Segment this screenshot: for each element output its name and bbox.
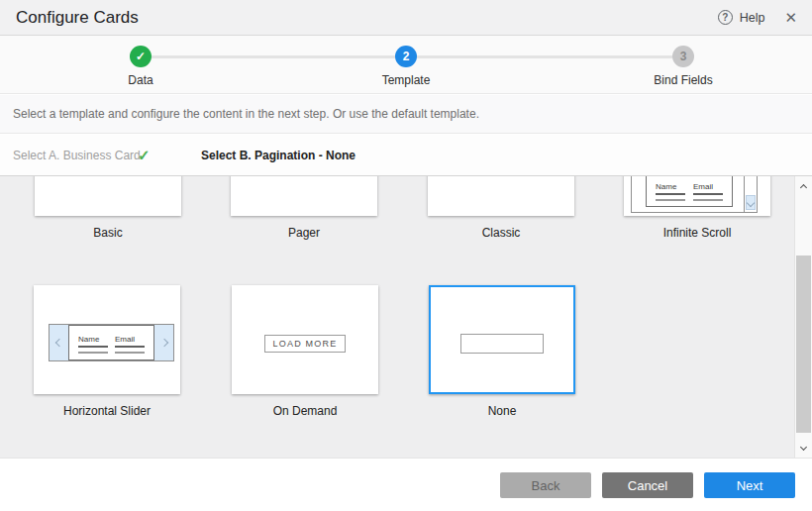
preview-record-box: Name Email <box>646 176 733 207</box>
step-template-label: Template <box>347 73 465 87</box>
dialog-header: Configure Cards ? Help ✕ <box>0 0 812 36</box>
email-field-label: Email <box>693 182 723 191</box>
page-title: Configure Cards <box>16 0 139 35</box>
stepper-connector-1 <box>152 55 395 58</box>
field-underline <box>693 199 723 201</box>
step-bind-fields-label: Bind Fields <box>624 73 743 87</box>
vertical-scrollbar[interactable] <box>794 176 812 458</box>
help-label: Help <box>740 11 765 25</box>
field-underline <box>78 346 108 348</box>
template-card-infinite-scroll[interactable]: Name Email <box>624 176 770 216</box>
field-underline <box>656 199 685 201</box>
step-data-circle[interactable]: ✓ <box>130 46 152 67</box>
dialog-footer: Back Cancel Next <box>0 458 812 511</box>
field-underline <box>656 193 685 195</box>
preview-email-field: Email <box>115 335 145 359</box>
infinite-scroll-preview: Name Email <box>631 176 758 213</box>
wizard-stepper: ✓ 2 3 Data Template Bind Fields <box>0 36 812 94</box>
scroll-up-button[interactable] <box>795 176 812 198</box>
scrollbar-thumb[interactable] <box>796 256 811 433</box>
field-underline <box>115 352 145 354</box>
close-icon[interactable]: ✕ <box>784 10 797 25</box>
preview-name-field: Name <box>78 335 108 359</box>
preview-record-box: Name Email <box>68 325 154 360</box>
next-button[interactable]: Next <box>704 472 795 498</box>
stepper-connector-2 <box>417 55 672 58</box>
scroll-down-button[interactable] <box>795 436 812 458</box>
step-data-label: Data <box>81 73 200 87</box>
template-card-on-demand[interactable]: LOAD MORE <box>232 285 378 394</box>
description-text: Select a template and configure the cont… <box>13 107 479 121</box>
card-label: Infinite Scroll <box>624 226 770 240</box>
template-card-horizontal-slider[interactable]: Name Email <box>34 285 180 394</box>
step-template-circle[interactable]: 2 <box>395 46 417 67</box>
template-card-basic[interactable] <box>35 176 181 216</box>
none-placeholder-rect <box>460 334 544 354</box>
back-button[interactable]: Back <box>500 472 591 498</box>
load-more-box: LOAD MORE <box>264 335 346 353</box>
step-bind-fields-circle[interactable]: 3 <box>672 46 694 67</box>
help-icon: ? <box>718 10 733 25</box>
select-a-check-icon: ✓ <box>138 135 151 176</box>
preview-name-field: Name <box>656 182 685 201</box>
description-row: Select a template and configure the cont… <box>0 95 812 134</box>
template-gallery-viewport: Basic Pager Classic Name <box>0 176 794 458</box>
cancel-button[interactable]: Cancel <box>602 472 693 498</box>
card-label: Classic <box>428 226 574 240</box>
template-card-classic[interactable] <box>428 176 574 216</box>
field-underline <box>693 193 723 195</box>
name-field-label: Name <box>78 335 108 344</box>
preview-email-field: Email <box>693 182 723 201</box>
email-field-label: Email <box>115 335 145 344</box>
help-button[interactable]: ? Help <box>718 10 765 25</box>
card-label: Horizontal Slider <box>34 404 180 418</box>
field-underline <box>115 346 145 348</box>
horizontal-slider-preview: Name Email <box>49 324 174 361</box>
preview-scrollbar <box>744 176 757 212</box>
check-icon: ✓ <box>136 50 146 63</box>
header-actions: ? Help ✕ <box>718 0 797 35</box>
field-underline <box>78 352 108 354</box>
chevron-up-icon <box>800 183 807 190</box>
select-a-label: Select A. Business Card <box>13 135 141 176</box>
card-label: Pager <box>231 226 377 240</box>
chevron-right-icon <box>154 325 173 360</box>
template-gallery: Basic Pager Classic Name <box>0 176 812 458</box>
configure-cards-dialog: Configure Cards ? Help ✕ ✓ 2 3 Data Temp… <box>0 0 812 511</box>
card-label: None <box>429 404 575 418</box>
card-label: On Demand <box>232 404 378 418</box>
chevron-down-icon <box>800 443 807 450</box>
name-field-label: Name <box>656 182 685 191</box>
template-card-none-selected[interactable] <box>429 285 575 394</box>
selection-bar: Select A. Business Card ✓ Select B. Pagi… <box>0 135 812 176</box>
select-b-label: Select B. Pagination - None <box>201 135 355 176</box>
template-card-pager[interactable] <box>231 176 377 216</box>
card-label: Basic <box>35 226 181 240</box>
chevron-left-icon <box>50 325 68 360</box>
chevron-down-icon <box>746 195 756 210</box>
